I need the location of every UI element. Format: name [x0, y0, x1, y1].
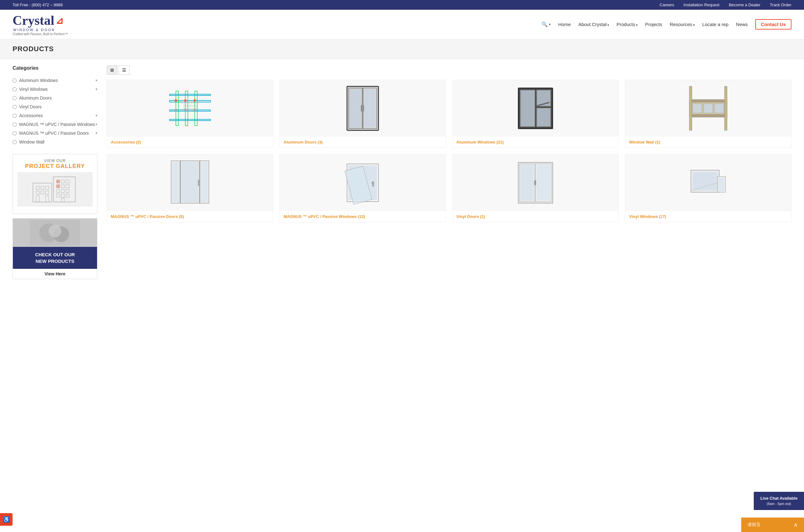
sidebar-label-magnus-windows: MAGNUS ™ uPVC / Passive Windows: [19, 122, 95, 127]
search-icon-wrap[interactable]: 🔍 ▾: [541, 21, 551, 27]
radio-window-wall[interactable]: [13, 140, 17, 144]
svg-rect-4: [36, 191, 39, 194]
sidebar-label-magnus-doors: MAGNUS ™ uPVC / Passive Doors: [19, 131, 89, 136]
nav-resources[interactable]: Resources: [670, 22, 694, 27]
svg-rect-0: [33, 183, 52, 202]
product-card-window-wall[interactable]: Window Wall (1): [625, 80, 791, 148]
accessories-svg: [167, 85, 214, 132]
svg-rect-56: [521, 91, 535, 126]
careers-link[interactable]: Careers: [659, 2, 674, 7]
svg-point-42: [175, 109, 177, 111]
product-label-accessories: Accessories (2): [107, 137, 273, 148]
sidebar-item-vinyl-doors[interactable]: Vinyl Doors: [13, 102, 97, 111]
installation-request-link[interactable]: Installation Request: [684, 2, 720, 7]
page-title: PRODUCTS: [13, 45, 791, 53]
nav-contact[interactable]: Contact Us: [755, 19, 791, 30]
radio-vinyl-doors[interactable]: [13, 105, 17, 109]
product-image-vinyl-doors: [453, 154, 618, 211]
svg-point-39: [175, 99, 177, 102]
search-icon[interactable]: 🔍: [541, 21, 548, 27]
search-dropdown-arrow: ▾: [549, 23, 551, 26]
product-card-aluminum-doors[interactable]: Aluminum Doors (3): [280, 80, 446, 148]
svg-rect-11: [61, 180, 64, 183]
magnus-doors-svg: [168, 158, 212, 208]
radio-aluminum-windows[interactable]: [13, 78, 17, 82]
main-layout: Categories Aluminum Windows ▾ Vinyl Wind…: [0, 59, 804, 285]
main-nav: 🔍 ▾ Home About Crystal Products Projects…: [541, 19, 791, 30]
radio-vinyl-windows[interactable]: [13, 87, 17, 91]
product-label-window-wall: Window Wall (1): [625, 137, 791, 148]
nav-news[interactable]: News: [736, 22, 748, 27]
product-image-aluminum-doors: [280, 80, 446, 137]
svg-rect-64: [689, 115, 727, 117]
svg-rect-74: [198, 179, 199, 186]
view-our-text: VIEW OUR: [17, 158, 93, 163]
vinyl-windows-svg: [686, 161, 730, 205]
svg-point-41: [193, 99, 196, 102]
product-image-magnus-windows: [280, 154, 446, 211]
sidebar: Categories Aluminum Windows ▾ Vinyl Wind…: [13, 65, 97, 279]
sidebar-label-aluminum-windows: Aluminum Windows: [19, 78, 58, 83]
nav-about[interactable]: About Crystal: [578, 22, 609, 27]
nav-home[interactable]: Home: [558, 22, 571, 27]
product-card-magnus-windows[interactable]: MAGNUS ™ uPVC / Passive Windows (12): [280, 154, 446, 222]
svg-rect-1: [36, 186, 39, 189]
product-card-vinyl-windows[interactable]: Vinyl Windows (17): [625, 154, 791, 222]
new-products-line2: NEW PRODUCTS: [17, 258, 93, 264]
magnus-windows-svg: [341, 158, 385, 208]
project-gallery-banner[interactable]: VIEW OUR PROJECT GALLERY: [13, 154, 97, 214]
svg-rect-23: [57, 180, 60, 183]
aluminum-doors-svg: [342, 83, 383, 133]
sidebar-item-magnus-doors[interactable]: MAGNUS ™ uPVC / Passive Doors ▾: [13, 129, 97, 137]
list-view-button[interactable]: ☰: [119, 65, 130, 75]
radio-magnus-doors[interactable]: [13, 131, 17, 135]
become-dealer-link[interactable]: Become a Dealer: [729, 2, 760, 7]
svg-rect-24: [57, 185, 60, 188]
new-products-image: [13, 218, 97, 247]
sidebar-item-aluminum-windows[interactable]: Aluminum Windows ▾: [13, 76, 97, 85]
expand-arrow-magnus-doors: ▾: [95, 131, 97, 135]
sidebar-item-accessories[interactable]: Accessories ▾: [13, 111, 97, 120]
svg-rect-72: [181, 162, 198, 202]
sidebar-item-magnus-windows[interactable]: MAGNUS ™ uPVC / Passive Windows ▾: [13, 120, 97, 129]
aluminum-windows-svg: [515, 85, 556, 132]
product-grid: Accessories (2): [107, 80, 791, 222]
nav-locate-rep[interactable]: Locate a rep: [702, 22, 728, 27]
product-label-aluminum-windows: Aluminum Windows (21): [453, 137, 618, 148]
svg-rect-58: [537, 108, 550, 126]
sidebar-label-window-wall: Window Wall: [19, 139, 44, 145]
new-products-text: CHECK OUT OUR NEW PRODUCTS: [13, 247, 97, 269]
nav-products[interactable]: Products: [616, 22, 637, 27]
product-card-magnus-doors[interactable]: MAGNUS ™ uPVC / Passive Doors (5): [107, 154, 273, 222]
sidebar-item-window-wall[interactable]: Window Wall: [13, 137, 97, 146]
page-title-bar: PRODUCTS: [0, 39, 804, 59]
svg-rect-61: [692, 103, 702, 113]
vinyl-doors-svg: [514, 158, 557, 208]
svg-rect-12: [66, 180, 69, 183]
gallery-title: PROJECT GALLERY: [17, 163, 93, 170]
track-order-link[interactable]: Track Order: [770, 2, 791, 7]
product-label-magnus-doors: MAGNUS ™ uPVC / Passive Doors (5): [107, 211, 273, 222]
sidebar-item-vinyl-windows[interactable]: Vinyl Windows ▾: [13, 85, 97, 94]
svg-rect-62: [704, 103, 713, 113]
radio-accessories[interactable]: [13, 114, 17, 118]
product-label-aluminum-doors: Aluminum Doors (3): [280, 137, 446, 148]
logo-tagline: Crafted with Passion, Built to Perform™: [13, 32, 68, 36]
product-card-aluminum-windows[interactable]: Aluminum Windows (21): [452, 80, 619, 148]
logo[interactable]: Crystal ⊿ WINDOW & DOOR Crafted with Pas…: [13, 13, 68, 36]
nav-projects[interactable]: Projects: [645, 22, 662, 27]
expand-arrow-magnus-windows: ▾: [95, 122, 97, 127]
svg-rect-5: [41, 191, 44, 194]
radio-magnus-windows[interactable]: [13, 122, 17, 127]
view-here-button[interactable]: View Here: [13, 269, 97, 279]
expand-arrow-accessories: ▾: [95, 113, 97, 118]
new-products-banner[interactable]: CHECK OUT OUR NEW PRODUCTS View Here: [13, 218, 97, 279]
svg-rect-19: [57, 194, 60, 197]
sidebar-item-aluminum-doors[interactable]: Aluminum Doors: [13, 94, 97, 102]
svg-rect-67: [725, 87, 727, 130]
svg-rect-18: [66, 189, 69, 192]
grid-view-button[interactable]: ⊞: [107, 65, 117, 75]
radio-aluminum-doors[interactable]: [13, 96, 17, 100]
product-card-accessories[interactable]: Accessories (2): [107, 80, 273, 148]
product-card-vinyl-doors[interactable]: Vinyl Doors (1): [452, 154, 619, 222]
